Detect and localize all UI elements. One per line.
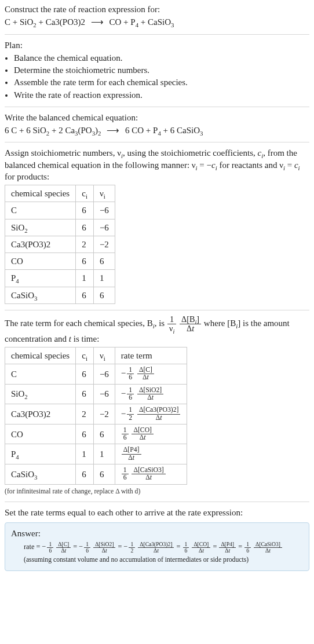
plan-list: Balance the chemical equation. Determine… [5, 52, 309, 101]
plan-item: Assemble the rate term for each chemical… [14, 76, 309, 88]
col-rate: rate term [115, 347, 187, 364]
cell-species: Ca3(PO3)2 [5, 236, 76, 253]
table-row: C6−6−16 Δ[C]Δt [5, 364, 187, 385]
cell-ci: 1 [76, 270, 94, 287]
cell-vi: 6 [93, 464, 115, 484]
answer-label: Answer: [11, 528, 303, 539]
cell-species: SiO2 [5, 219, 76, 236]
cell-rate: Δ[P4]Δt [115, 444, 187, 464]
cell-ci: 2 [76, 404, 94, 425]
cell-species: Ca3(PO3)2 [5, 404, 76, 425]
plan-item: Write the rate of reaction expression. [14, 89, 309, 101]
cell-species: C [5, 202, 76, 219]
cell-vi: 1 [93, 444, 115, 464]
col-vi: νi [93, 185, 115, 202]
cell-species: CO [5, 424, 76, 444]
final-intro: Set the rate terms equal to each other t… [5, 507, 309, 518]
table-header-row: chemical species ci νi rate term [5, 347, 187, 364]
assumption-note: (assuming constant volume and no accumul… [11, 555, 303, 565]
table-header-row: chemical species ci νi [5, 185, 115, 202]
cell-vi: −6 [93, 219, 115, 236]
col-species: chemical species [5, 347, 76, 364]
cell-vi: −2 [93, 404, 115, 425]
cell-vi: 6 [93, 287, 115, 303]
cell-vi: 6 [93, 424, 115, 444]
col-species: chemical species [5, 185, 76, 202]
cell-vi: 1 [93, 270, 115, 287]
cell-ci: 6 [76, 287, 94, 303]
cell-species: C [5, 364, 76, 385]
balanced-title: Write the balanced chemical equation: [5, 112, 309, 123]
rate-table: chemical species ci νi rate term C6−6−16… [5, 347, 187, 485]
table-row: Ca3(PO3)22−2 [5, 236, 115, 253]
cell-species: P4 [5, 270, 76, 287]
page: Construct the rate of reaction expressio… [0, 0, 314, 581]
final-block: Set the rate terms equal to each other t… [5, 507, 309, 570]
plan-item: Determine the stoichiometric numbers. [14, 64, 309, 76]
cell-species: CaSiO3 [5, 287, 76, 303]
cell-ci: 6 [76, 464, 94, 484]
cell-rate: −16 Δ[C]Δt [115, 364, 187, 385]
table-row: C6−6 [5, 202, 115, 219]
cell-ci: 6 [76, 253, 94, 270]
table-row: CO6616 Δ[CO]Δt [5, 424, 187, 444]
stoich-tbody: C6−6SiO26−6Ca3(PO3)22−2CO66P411CaSiO366 [5, 202, 115, 304]
table-row: P411 [5, 270, 115, 287]
cell-rate: 16 Δ[CaSiO3]Δt [115, 464, 187, 484]
divider [5, 107, 309, 107]
cell-species: CaSiO3 [5, 464, 76, 484]
cell-species: CO [5, 253, 76, 270]
unbalanced-equation: C + SiO2 + Ca3(PO3)2 ⟶ CO + P4 + CaSiO3 [5, 16, 309, 28]
table-row: CO66 [5, 253, 115, 270]
cell-rate: 16 Δ[CO]Δt [115, 424, 187, 444]
balanced-block: Write the balanced chemical equation: 6 … [5, 112, 309, 137]
rate-expression: rate = −16 Δ[C]Δt = −16 Δ[SiO2]Δt = −12 … [11, 541, 303, 554]
divider [5, 310, 309, 310]
stoich-table: chemical species ci νi C6−6SiO26−6Ca3(PO… [5, 185, 115, 304]
table-row: P411Δ[P4]Δt [5, 444, 187, 464]
stoich-intro: Assign stoichiometric numbers, νi, using… [5, 147, 309, 182]
plan-item: Balance the chemical equation. [14, 52, 309, 64]
col-ci: ci [76, 185, 94, 202]
table-row: SiO26−6 [5, 219, 115, 236]
cell-vi: −6 [93, 384, 115, 404]
cell-vi: −2 [93, 236, 115, 253]
balanced-equation: 6 C + 6 SiO2 + 2 Ca3(PO3)2 ⟶ 6 CO + P4 +… [5, 125, 309, 136]
cell-vi: −6 [93, 364, 115, 385]
cell-vi: −6 [93, 202, 115, 219]
divider [5, 502, 309, 502]
rate-intro: The rate term for each chemical species,… [5, 315, 309, 345]
rate-tbody: C6−6−16 Δ[C]ΔtSiO26−6−16 Δ[SiO2]ΔtCa3(PO… [5, 364, 187, 484]
cell-ci: 6 [76, 219, 94, 236]
cell-ci: 1 [76, 444, 94, 464]
intro-title: Construct the rate of reaction expressio… [5, 3, 309, 15]
table-row: SiO26−6−16 Δ[SiO2]Δt [5, 384, 187, 404]
stoich-block: Assign stoichiometric numbers, νi, using… [5, 147, 309, 304]
cell-ci: 2 [76, 236, 94, 253]
table-row: CaSiO36616 Δ[CaSiO3]Δt [5, 464, 187, 484]
table-row: CaSiO366 [5, 287, 115, 303]
cell-vi: 6 [93, 253, 115, 270]
answer-box: Answer: rate = −16 Δ[C]Δt = −16 Δ[SiO2]Δ… [5, 522, 309, 571]
plan-block: Plan: Balance the chemical equation. Det… [5, 39, 309, 101]
intro-block: Construct the rate of reaction expressio… [5, 3, 309, 28]
cell-ci: 6 [76, 202, 94, 219]
cell-rate: −12 Δ[Ca3(PO3)2]Δt [115, 404, 187, 425]
cell-species: P4 [5, 444, 76, 464]
cell-ci: 6 [76, 364, 94, 385]
cell-rate: −16 Δ[SiO2]Δt [115, 384, 187, 404]
col-ci: ci [76, 347, 94, 364]
divider [5, 34, 309, 35]
cell-species: SiO2 [5, 384, 76, 404]
divider [5, 142, 309, 142]
col-vi: νi [93, 347, 115, 364]
table-row: Ca3(PO3)22−2−12 Δ[Ca3(PO3)2]Δt [5, 404, 187, 425]
plan-label: Plan: [5, 39, 309, 51]
cell-ci: 6 [76, 424, 94, 444]
rate-note: (for infinitesimal rate of change, repla… [5, 487, 309, 496]
cell-ci: 6 [76, 384, 94, 404]
